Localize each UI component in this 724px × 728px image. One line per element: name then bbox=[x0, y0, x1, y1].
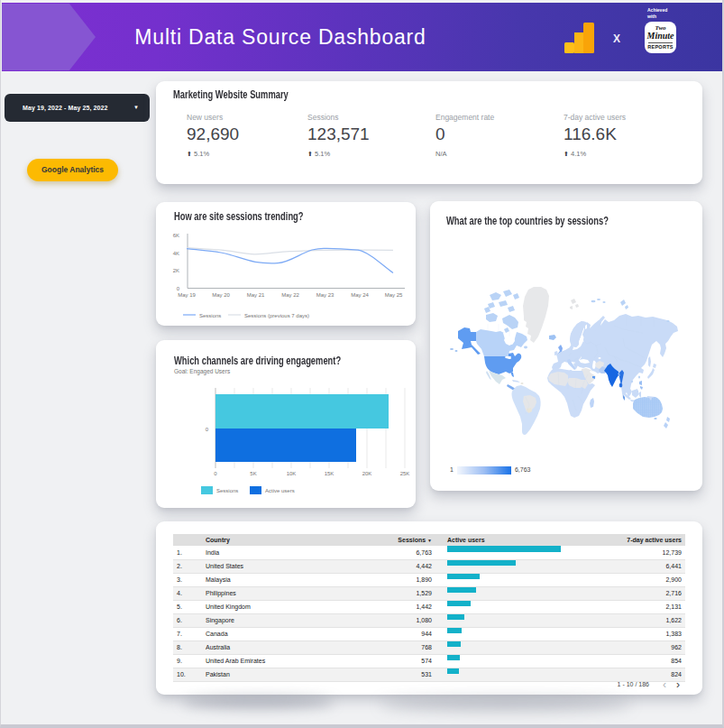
svg-text:15K: 15K bbox=[325, 471, 335, 476]
svg-text:May 24: May 24 bbox=[351, 292, 369, 298]
svg-text:6K: 6K bbox=[173, 233, 179, 238]
svg-text:Active users: Active users bbox=[265, 488, 295, 493]
svg-text:Sessions: Sessions bbox=[216, 488, 238, 493]
svg-text:May 19: May 19 bbox=[178, 292, 196, 298]
svg-text:May 23: May 23 bbox=[316, 292, 335, 298]
svg-text:4K: 4K bbox=[173, 251, 179, 256]
svg-text:May 22: May 22 bbox=[281, 292, 299, 298]
svg-text:May 25: May 25 bbox=[385, 292, 403, 298]
svg-text:10K: 10K bbox=[287, 471, 297, 476]
svg-text:20K: 20K bbox=[362, 471, 372, 476]
svg-text:May 21: May 21 bbox=[247, 292, 265, 298]
svg-text:25K: 25K bbox=[400, 471, 410, 476]
svg-text:Sessions: Sessions bbox=[199, 313, 221, 318]
svg-text:2K: 2K bbox=[173, 268, 179, 273]
svg-text:5K: 5K bbox=[250, 471, 256, 476]
svg-text:May 20: May 20 bbox=[212, 292, 230, 298]
svg-text:0: 0 bbox=[206, 427, 209, 432]
svg-text:0: 0 bbox=[214, 471, 217, 476]
svg-text:0: 0 bbox=[177, 286, 180, 291]
svg-text:Sessions (previous 7 days): Sessions (previous 7 days) bbox=[244, 313, 309, 318]
